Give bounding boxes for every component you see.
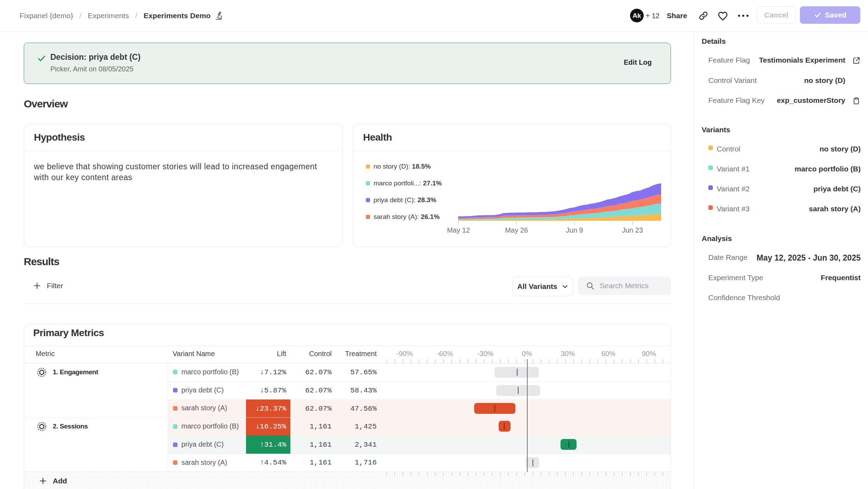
svg-text:Jun 23: Jun 23: [622, 226, 643, 234]
svg-text:May 26: May 26: [505, 226, 528, 234]
svg-text:Jun 9: Jun 9: [566, 226, 583, 234]
svg-text:May 12: May 12: [447, 226, 470, 234]
